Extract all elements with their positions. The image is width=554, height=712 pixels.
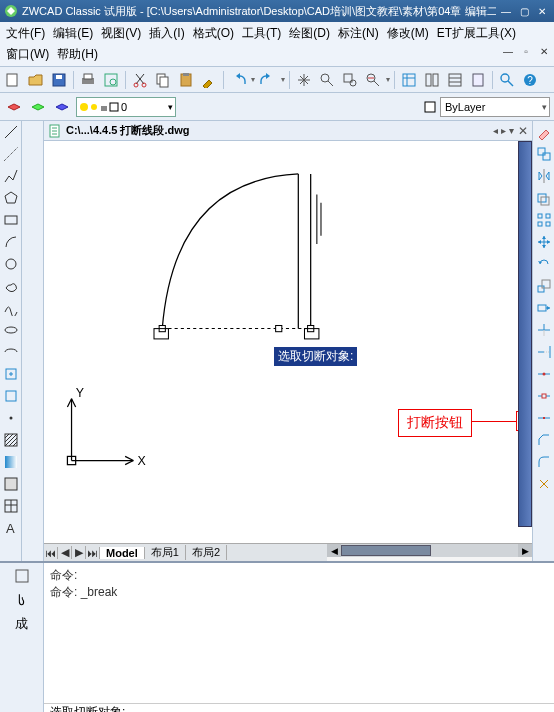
copy-button[interactable] xyxy=(153,70,173,90)
close-window-button[interactable]: ✕ xyxy=(534,4,550,18)
hscroll-right[interactable]: ▶ xyxy=(518,544,532,557)
print-button[interactable] xyxy=(78,70,98,90)
offset-tool[interactable] xyxy=(535,189,553,207)
insert-block-tool[interactable] xyxy=(2,365,20,383)
layer-prop-button[interactable] xyxy=(4,97,24,117)
tool-palette-button[interactable] xyxy=(445,70,465,90)
zoom-prev-button[interactable] xyxy=(363,70,383,90)
color-combo[interactable]: ByLayer xyxy=(440,97,550,117)
cut-button[interactable] xyxy=(130,70,150,90)
tab-last[interactable]: ⏭ xyxy=(86,547,100,559)
menu-insert[interactable]: 插入(I) xyxy=(145,23,188,44)
mdi-close-button[interactable]: ✕ xyxy=(536,44,552,58)
zoom-window-button[interactable] xyxy=(340,70,360,90)
redo-dropdown-icon[interactable]: ▾ xyxy=(281,75,285,84)
menu-help[interactable]: 帮助(H) xyxy=(53,44,102,65)
cmd-tool-1[interactable] xyxy=(13,567,31,585)
undo-button[interactable] xyxy=(228,70,248,90)
polyline-tool[interactable] xyxy=(2,167,20,185)
layer-state-button[interactable] xyxy=(52,97,72,117)
redo-button[interactable] xyxy=(258,70,278,90)
hscroll-left[interactable]: ◀ xyxy=(327,544,341,557)
circle-tool[interactable] xyxy=(2,255,20,273)
search-button[interactable] xyxy=(497,70,517,90)
fillet-tool[interactable] xyxy=(535,453,553,471)
layer-prev-button[interactable] xyxy=(28,97,48,117)
array-tool[interactable] xyxy=(535,211,553,229)
vertical-scrollbar[interactable] xyxy=(518,141,532,527)
erase-tool[interactable] xyxy=(535,123,553,141)
ellipse-arc-tool[interactable] xyxy=(2,343,20,361)
mdi-minimize-button[interactable]: — xyxy=(500,44,516,58)
pan-button[interactable] xyxy=(294,70,314,90)
menu-file[interactable]: 文件(F) xyxy=(2,23,49,44)
copy-tool[interactable] xyxy=(535,145,553,163)
revcloud-tool[interactable] xyxy=(2,277,20,295)
cmd-tool-2[interactable]: ს xyxy=(13,591,31,609)
explode-tool[interactable] xyxy=(535,475,553,493)
command-history[interactable]: 命令: 命令: _break xyxy=(44,563,554,703)
save-button[interactable] xyxy=(49,70,69,90)
minimize-button[interactable]: — xyxy=(498,4,514,18)
calc-button[interactable] xyxy=(468,70,488,90)
menu-draw[interactable]: 绘图(D) xyxy=(285,23,334,44)
mirror-tool[interactable] xyxy=(535,167,553,185)
line-tool[interactable] xyxy=(2,123,20,141)
text-tool[interactable]: A xyxy=(2,519,20,537)
maximize-button[interactable]: ▢ xyxy=(516,4,532,18)
document-path[interactable]: C:\...\4.4.5 打断线段.dwg xyxy=(66,123,189,138)
mdi-restore-button[interactable]: ▫ xyxy=(518,44,534,58)
menu-modify[interactable]: 修改(M) xyxy=(383,23,433,44)
preview-button[interactable] xyxy=(101,70,121,90)
gradient-tool[interactable] xyxy=(2,453,20,471)
tab-first[interactable]: ⏮ xyxy=(44,547,58,559)
tab-layout2[interactable]: 布局2 xyxy=(186,545,227,560)
hscroll-thumb[interactable] xyxy=(341,545,431,556)
menu-window[interactable]: 窗口(W) xyxy=(2,44,53,65)
menu-et[interactable]: ET扩展工具(X) xyxy=(433,23,520,44)
rectangle-tool[interactable] xyxy=(2,211,20,229)
menu-tool[interactable]: 工具(T) xyxy=(238,23,285,44)
properties-button[interactable] xyxy=(399,70,419,90)
help-button[interactable]: ? xyxy=(520,70,540,90)
arc-tool[interactable] xyxy=(2,233,20,251)
tab-layout1[interactable]: 布局1 xyxy=(145,545,186,560)
tab-model[interactable]: Model xyxy=(100,547,145,559)
extend-tool[interactable] xyxy=(535,343,553,361)
paste-button[interactable] xyxy=(176,70,196,90)
trim-tool[interactable] xyxy=(535,321,553,339)
menu-dim[interactable]: 标注(N) xyxy=(334,23,383,44)
new-button[interactable] xyxy=(3,70,23,90)
make-block-tool[interactable] xyxy=(2,387,20,405)
layer-combo[interactable]: 0 ▾ xyxy=(76,97,176,117)
tab-prev[interactable]: ◀ xyxy=(58,546,72,559)
move-tool[interactable] xyxy=(535,233,553,251)
xline-tool[interactable] xyxy=(2,145,20,163)
menu-format[interactable]: 格式(O) xyxy=(189,23,238,44)
hatch-tool[interactable] xyxy=(2,431,20,449)
chamfer-tool[interactable] xyxy=(535,431,553,449)
region-tool[interactable] xyxy=(2,475,20,493)
menu-edit[interactable]: 编辑(E) xyxy=(49,23,97,44)
zoom-dropdown-icon[interactable]: ▾ xyxy=(386,75,390,84)
undo-dropdown-icon[interactable]: ▾ xyxy=(251,75,255,84)
blank-tool-1[interactable] xyxy=(24,123,42,141)
horizontal-scrollbar[interactable]: ◀ ▶ xyxy=(327,543,532,557)
polygon-tool[interactable] xyxy=(2,189,20,207)
drawing-canvas[interactable]: Y X 选取切断对象: 打断按钮 xyxy=(44,141,532,543)
spline-tool[interactable] xyxy=(2,299,20,317)
menu-view[interactable]: 视图(V) xyxy=(97,23,145,44)
command-input[interactable]: 选取切断对象: xyxy=(44,703,554,712)
join-tool[interactable] xyxy=(535,409,553,427)
scale-tool[interactable] xyxy=(535,277,553,295)
point-tool[interactable] xyxy=(2,409,20,427)
matchprop-button[interactable] xyxy=(199,70,219,90)
tab-close-button[interactable]: ✕ xyxy=(518,124,528,138)
tab-list-icon[interactable]: ◂ ▸ ▾ xyxy=(493,125,514,136)
break-tool[interactable] xyxy=(535,387,553,405)
break-at-point-tool[interactable] xyxy=(535,365,553,383)
tab-next[interactable]: ▶ xyxy=(72,546,86,559)
design-center-button[interactable] xyxy=(422,70,442,90)
rotate-tool[interactable] xyxy=(535,255,553,273)
open-button[interactable] xyxy=(26,70,46,90)
